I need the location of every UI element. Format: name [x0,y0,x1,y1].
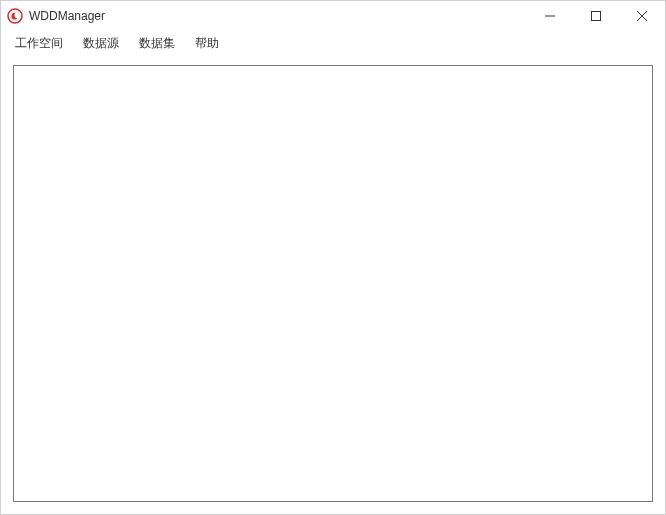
menu-workspace[interactable]: 工作空间 [5,32,73,55]
svg-rect-2 [592,12,601,21]
maximize-button[interactable] [573,1,619,31]
window-title: WDDManager [29,9,105,23]
menu-datasource[interactable]: 数据源 [73,32,129,55]
minimize-button[interactable] [527,1,573,31]
content-area [1,55,665,514]
minimize-icon [545,11,555,21]
close-button[interactable] [619,1,665,31]
titlebar: WDDManager [1,1,665,31]
menu-help[interactable]: 帮助 [185,32,229,55]
content-panel [13,65,653,502]
menu-dataset[interactable]: 数据集 [129,32,185,55]
menubar: 工作空间 数据源 数据集 帮助 [1,31,665,55]
maximize-icon [591,11,601,21]
app-icon [7,8,23,24]
window-controls [527,1,665,31]
svg-point-0 [8,9,22,23]
close-icon [637,11,647,21]
